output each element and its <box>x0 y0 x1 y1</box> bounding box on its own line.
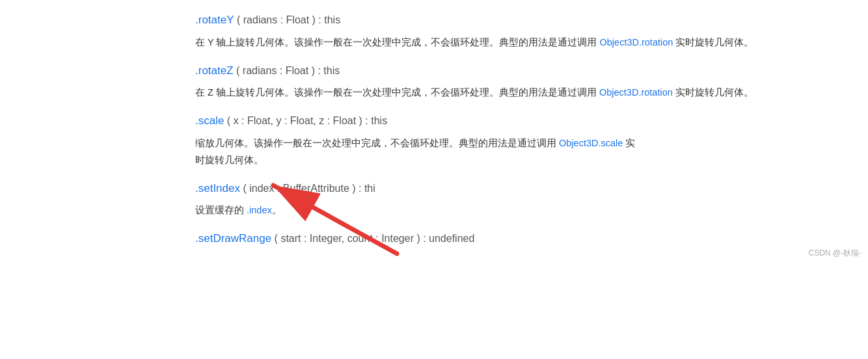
method-rotateZ-desc-link[interactable]: Object3D.rotation <box>599 87 673 98</box>
method-setDrawRange-signature: .setDrawRange ( start : Integer, count :… <box>195 230 829 247</box>
method-rotateZ-params: ( radians : Float ) : this <box>234 65 340 76</box>
method-setIndex-desc-link[interactable]: .index <box>247 205 272 215</box>
method-rotateY-desc: 在 Y 轴上旋转几何体。该操作一般在一次处理中完成，不会循环处理。典型的用法是通… <box>195 34 829 51</box>
method-setDrawRange-link[interactable]: .setDrawRange <box>195 232 271 245</box>
method-scale-desc-link[interactable]: Object3D.scale <box>559 138 623 148</box>
method-setIndex-signature: .setIndex ( index : BufferAttribute ) : … <box>195 180 829 197</box>
method-setIndex-desc: 设置缓存的 .index。 <box>195 202 829 219</box>
method-rotateY-params: ( radians : Float ) : this <box>234 14 341 25</box>
method-rotateZ-link[interactable]: .rotateZ <box>195 64 234 77</box>
method-scale-desc: 缩放几何体。该操作一般在一次处理中完成，不会循环处理。典型的用法是通过调用 Ob… <box>195 135 829 168</box>
method-rotateZ-desc: 在 Z 轴上旋转几何体。该操作一般在一次处理中完成，不会循环处理。典型的用法是通… <box>195 84 829 101</box>
method-rotateY-desc-link[interactable]: Object3D.rotation <box>600 37 673 47</box>
method-setIndex: .setIndex ( index : BufferAttribute ) : … <box>195 180 829 219</box>
main-content: .rotateY ( radians : Float ) : this 在 Y … <box>0 0 868 264</box>
method-rotateY-signature: .rotateY ( radians : Float ) : this <box>195 12 829 29</box>
method-rotateZ: .rotateZ ( radians : Float ) : this 在 Z … <box>195 62 829 101</box>
method-setDrawRange: .setDrawRange ( start : Integer, count :… <box>195 230 829 247</box>
method-rotateY-link[interactable]: .rotateY <box>195 14 234 26</box>
method-setIndex-link[interactable]: .setIndex <box>195 182 240 194</box>
method-rotateZ-signature: .rotateZ ( radians : Float ) : this <box>195 62 829 79</box>
method-rotateY: .rotateY ( radians : Float ) : this 在 Y … <box>195 12 829 51</box>
method-scale-signature: .scale ( x : Float, y : Float, z : Float… <box>195 113 829 129</box>
method-scale-params: ( x : Float, y : Float, z : Float ) : th… <box>224 115 387 126</box>
method-setIndex-params: ( index : BufferAttribute ) : thi <box>240 183 375 194</box>
method-setDrawRange-params: ( start : Integer, count : Integer ) : u… <box>271 233 474 244</box>
method-scale-link[interactable]: .scale <box>195 114 224 127</box>
method-scale: .scale ( x : Float, y : Float, z : Float… <box>195 113 829 168</box>
watermark: CSDN @-耿瑞- <box>808 248 861 259</box>
